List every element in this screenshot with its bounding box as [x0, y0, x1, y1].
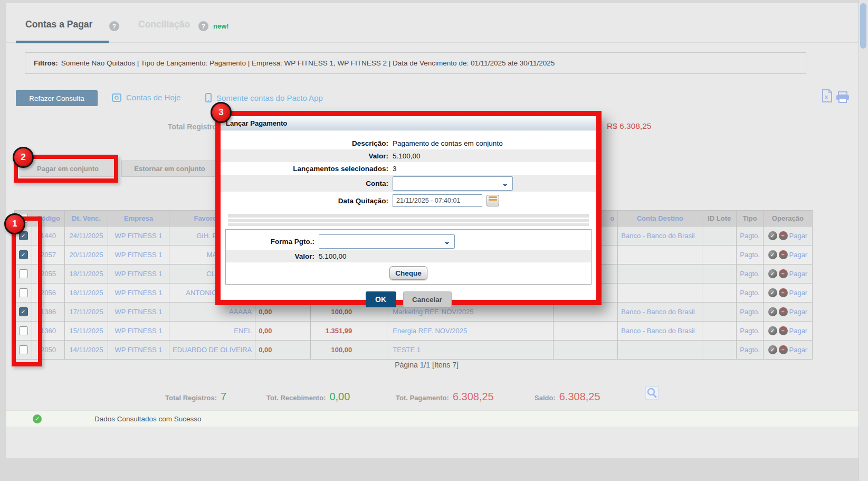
- cell-favorecido: EDUARDO DE OLIVEIRA: [169, 341, 255, 360]
- modal-conta-row: Conta: ⌄: [221, 175, 596, 192]
- data-quitacao-input[interactable]: [393, 194, 482, 207]
- cell-recebimento: 0,00: [255, 322, 311, 341]
- total-registros: Total Registros: 7: [165, 391, 226, 403]
- cell-empresa: WP FITNESS 1: [108, 284, 169, 303]
- confirm-icon[interactable]: ✓: [768, 269, 777, 278]
- remove-icon[interactable]: −: [779, 269, 788, 278]
- filters-value: Somente Não Quitados | Tipo de Lançament…: [61, 59, 555, 67]
- help-icon[interactable]: ?: [198, 21, 208, 31]
- help-icon[interactable]: ?: [109, 21, 119, 31]
- ok-button[interactable]: OK: [366, 291, 396, 307]
- cheque-button[interactable]: Cheque: [389, 266, 427, 280]
- cell-historico: Energia REF. NOV/2025: [387, 322, 554, 341]
- payment-form-box: Forma Pgto.: ⌄ Valor: 5.100,00 Cheque: [225, 229, 592, 285]
- selecionados-value: 3: [390, 165, 397, 173]
- total-saldo-label: Saldo:: [535, 394, 556, 402]
- modal-data-row: Data Quitação:: [221, 192, 596, 210]
- cell-conta-destino: Banco - Banco do Brasil: [618, 227, 702, 246]
- chevron-down-icon: ⌄: [444, 237, 450, 246]
- modal-descricao-row: Descrição: Pagamento de contas em conjun…: [221, 137, 596, 149]
- confirm-icon[interactable]: ✓: [768, 231, 777, 240]
- total-registros-value: 7: [221, 391, 226, 403]
- chevron-down-icon: ⌄: [502, 179, 508, 187]
- cell-tipo: Pagto.: [737, 227, 764, 246]
- cell-dt-venc: 14/11/2025: [65, 341, 108, 360]
- pacto-app-link[interactable]: Somente contas do Pacto App: [205, 93, 323, 102]
- confirm-icon[interactable]: ✓: [768, 326, 777, 335]
- conta-select[interactable]: ⌄: [393, 176, 513, 191]
- cell-dt-venc: 17/11/2025: [65, 303, 108, 322]
- contas-de-hoje-link[interactable]: Contas de Hoje: [112, 93, 180, 102]
- confirm-icon[interactable]: ✓: [768, 307, 777, 316]
- annotation-badge-1: 1: [4, 213, 25, 234]
- refazer-consulta-button[interactable]: Refazer Consulta: [16, 90, 98, 106]
- column-header[interactable]: Dt. Venc.: [65, 211, 108, 227]
- tab-conciliacao[interactable]: Conciliação: [138, 19, 190, 30]
- pagar-link[interactable]: Pagar: [789, 232, 808, 240]
- scrollbar-thumb[interactable]: [860, 3, 866, 49]
- valor-value: 5.100,00: [390, 152, 421, 160]
- total-saldo-value: 6.308,25: [559, 391, 600, 403]
- forma-pgto-select[interactable]: ⌄: [319, 234, 455, 249]
- cell-empresa: WP FITNESS 1: [108, 265, 169, 284]
- pagar-link[interactable]: Pagar: [789, 308, 808, 316]
- cell-id-lote: [702, 227, 737, 246]
- pagination-info: Página 1/1 [Itens 7]: [30, 361, 823, 369]
- remove-icon[interactable]: −: [779, 288, 788, 297]
- remove-icon[interactable]: −: [779, 326, 788, 335]
- valor2-value: 5.100,00: [317, 252, 347, 260]
- export-excel-icon[interactable]: x: [821, 89, 833, 103]
- remove-icon[interactable]: −: [779, 345, 788, 354]
- page-scrollbar[interactable]: [859, 0, 868, 481]
- remove-icon[interactable]: −: [779, 250, 788, 259]
- cell-recebimento: 0,00: [255, 341, 311, 360]
- cell-operacao: ✓−Pagar: [763, 341, 812, 360]
- calendar-icon[interactable]: [487, 195, 499, 206]
- descricao-label: Descrição:: [221, 139, 390, 147]
- cell-tipo: Pagto.: [737, 284, 764, 303]
- confirm-icon[interactable]: ✓: [768, 288, 777, 297]
- print-icon[interactable]: [836, 91, 850, 103]
- contas-de-hoje-icon: [112, 93, 121, 102]
- cell-operacao: ✓−Pagar: [763, 265, 812, 284]
- pagar-link[interactable]: Pagar: [789, 270, 808, 278]
- pagar-link[interactable]: Pagar: [789, 251, 808, 259]
- remove-icon[interactable]: −: [779, 231, 788, 240]
- total-recebimento-label: Tot. Recebimento:: [266, 394, 326, 402]
- valor-label: Valor:: [221, 152, 390, 160]
- modal-valor-row: Valor: 5.100,00: [221, 149, 596, 162]
- cell-conta-destino: [618, 246, 702, 265]
- annotation-rect-1: [12, 216, 42, 366]
- total-saldo: Saldo: 6.308,25: [535, 391, 600, 403]
- tabs-divider: [6, 42, 859, 43]
- cell-operacao: ✓−Pagar: [763, 284, 812, 303]
- success-check-icon: [33, 414, 42, 423]
- total-pagamento-label: Tot. Pagamento:: [396, 394, 449, 402]
- cell-id-lote: [702, 284, 737, 303]
- cell-dt-venc: 20/11/2025: [65, 246, 108, 265]
- column-header[interactable]: Conta Destino: [618, 211, 702, 227]
- confirm-icon[interactable]: ✓: [768, 345, 777, 354]
- remove-icon[interactable]: −: [779, 307, 788, 316]
- pagar-link[interactable]: Pagar: [789, 346, 808, 354]
- magnifier-icon[interactable]: [645, 386, 659, 400]
- pagar-link[interactable]: Pagar: [789, 327, 808, 335]
- table-row: 136015/11/2025WP FITNESS 1ENEL0,001.351,…: [15, 322, 813, 341]
- estornar-em-conjunto-button[interactable]: Estornar em conjunto: [121, 161, 218, 177]
- cell-dt-venc: 15/11/2025: [65, 322, 108, 341]
- total-registros-fragment: Total Registro: [168, 122, 217, 131]
- cell-conta-destino: [618, 341, 702, 360]
- cell-pagamento: 1.351,99: [311, 322, 387, 341]
- cell-tipo: Pagto.: [737, 265, 764, 284]
- pacto-app-label: Somente contas do Pacto App: [216, 93, 323, 102]
- cell-id-lote: [702, 341, 737, 360]
- cancel-button[interactable]: Cancelar: [403, 291, 452, 307]
- pagar-link[interactable]: Pagar: [789, 289, 808, 297]
- confirm-icon[interactable]: ✓: [768, 250, 777, 259]
- modal-separator: [228, 214, 589, 226]
- total-pagamento: Tot. Pagamento: 6.308,25: [396, 391, 494, 403]
- valor2-label: Valor:: [226, 252, 317, 260]
- tab-contas-a-pagar[interactable]: Contas a Pagar: [25, 19, 92, 30]
- filters-summary: Filtros: Somente Não Quitados | Tipo de …: [25, 52, 806, 74]
- column-header[interactable]: Empresa: [108, 211, 169, 227]
